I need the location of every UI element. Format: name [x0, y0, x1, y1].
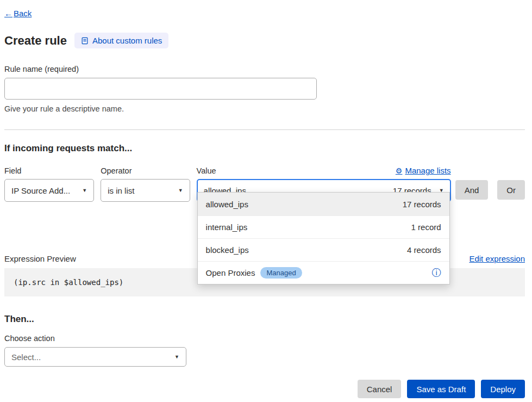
field-select[interactable]: IP Source Add... ▼ — [4, 179, 94, 202]
field-label: Field — [4, 166, 94, 175]
manage-lists-label: Manage lists — [405, 166, 450, 175]
chevron-down-icon: ▼ — [174, 354, 179, 360]
operator-select[interactable]: is in list ▼ — [101, 179, 190, 202]
value-label: Value — [197, 166, 216, 175]
rule-name-helper: Give your rule a descriptive name. — [4, 104, 525, 113]
rule-name-input[interactable] — [4, 78, 317, 100]
gear-icon: ⚙ — [396, 166, 403, 175]
list-option-records: 4 records — [407, 245, 441, 255]
expression-code-text: (ip.src in $allowed_ips) — [14, 278, 123, 287]
back-label: Back — [14, 9, 32, 18]
create-rule-page: ←Back Create rule About custom rules Rul… — [0, 0, 532, 402]
chevron-down-icon: ▼ — [178, 188, 183, 193]
info-icon[interactable]: ⓘ — [432, 268, 441, 277]
cancel-button[interactable]: Cancel — [358, 380, 402, 398]
list-option-records: 1 record — [411, 222, 441, 232]
list-option-allowed-ips[interactable]: allowed_ips 17 records — [198, 193, 449, 215]
divider — [4, 129, 525, 130]
then-section-heading: Then... — [4, 314, 525, 325]
operator-label: Operator — [101, 166, 190, 175]
action-select-placeholder: Select... — [11, 352, 41, 362]
or-button[interactable]: Or — [497, 180, 525, 200]
chevron-down-icon: ▼ — [82, 188, 87, 193]
list-option-name: blocked_ips — [206, 245, 249, 255]
docs-icon — [81, 37, 89, 45]
deploy-button[interactable]: Deploy — [481, 380, 525, 398]
list-option-name: Open Proxies — [206, 268, 255, 277]
choose-action-label: Choose action — [4, 334, 525, 343]
rule-name-label: Rule name (required) — [4, 65, 525, 73]
save-as-draft-button[interactable]: Save as Draft — [407, 380, 475, 398]
action-select[interactable]: Select... ▼ — [4, 347, 186, 367]
list-option-internal-ips[interactable]: internal_ips 1 record — [198, 215, 449, 238]
list-option-blocked-ips[interactable]: blocked_ips 4 records — [198, 238, 449, 261]
and-button[interactable]: And — [455, 180, 489, 200]
list-option-name: internal_ips — [206, 222, 248, 232]
managed-badge: Managed — [260, 267, 302, 279]
back-arrow-icon: ← — [4, 9, 12, 18]
footer-actions: Cancel Save as Draft Deploy — [4, 380, 525, 398]
expression-preview-label: Expression Preview — [4, 254, 76, 263]
title-row: Create rule About custom rules — [4, 33, 525, 48]
list-dropdown-menu: allowed_ips 17 records internal_ips 1 re… — [197, 192, 450, 285]
manage-lists-link[interactable]: ⚙Manage lists — [396, 166, 451, 175]
page-title: Create rule — [4, 34, 67, 48]
list-option-records: 17 records — [403, 200, 441, 209]
operator-select-value: is in list — [108, 186, 134, 195]
list-option-open-proxies[interactable]: Open Proxies Managed ⓘ — [198, 261, 449, 284]
about-custom-rules-link[interactable]: About custom rules — [74, 33, 168, 48]
field-select-value: IP Source Add... — [11, 186, 70, 195]
list-option-name: allowed_ips — [206, 200, 248, 209]
match-section-heading: If incoming requests match... — [4, 143, 525, 154]
about-custom-rules-label: About custom rules — [92, 36, 162, 45]
edit-expression-link[interactable]: Edit expression — [469, 254, 525, 263]
match-condition-row: Field IP Source Add... ▼ Operator is in … — [4, 166, 525, 202]
back-link[interactable]: ←Back — [4, 9, 32, 18]
